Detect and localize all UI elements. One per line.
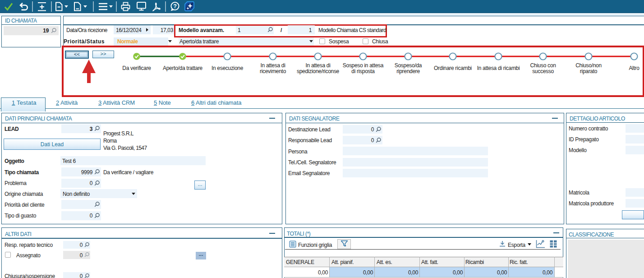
svg-text:?: ? [173,3,177,9]
